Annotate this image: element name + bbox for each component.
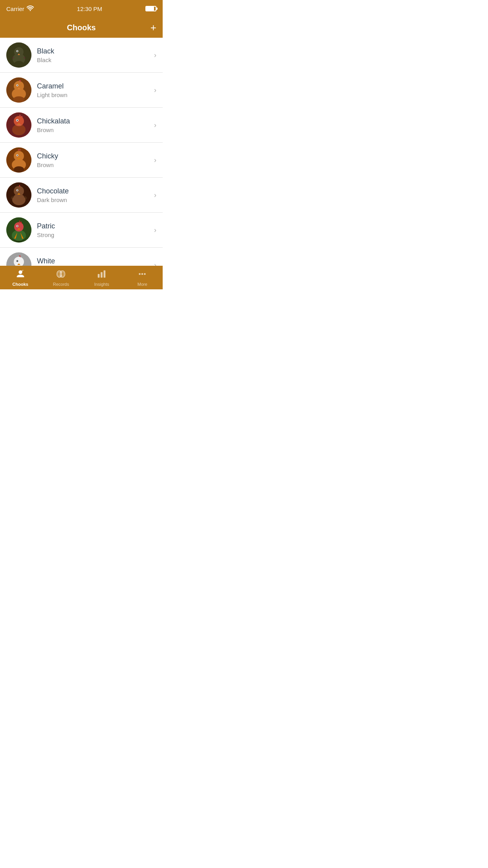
svg-point-39 (17, 226, 18, 226)
status-bar: Carrier 12:30 PM (0, 0, 163, 17)
svg-point-37 (14, 222, 24, 232)
chevron-right-icon: › (154, 51, 156, 59)
list-item[interactable]: Patric Strong › (0, 213, 163, 248)
chevron-right-icon: › (154, 261, 156, 266)
item-name: Chicky (37, 152, 151, 161)
item-info: Chicky Brown (31, 152, 151, 168)
svg-point-25 (17, 155, 18, 156)
tab-more[interactable]: More (122, 266, 163, 289)
time-label: 12:30 PM (77, 6, 102, 12)
svg-point-57 (139, 273, 141, 275)
item-description: Light brown (37, 92, 151, 98)
chevron-right-icon: › (154, 156, 156, 164)
svg-point-11 (17, 85, 18, 86)
chevron-right-icon: › (154, 121, 156, 129)
item-info: Patric Strong (31, 222, 151, 238)
item-name: Patric (37, 222, 151, 231)
avatar (6, 77, 31, 103)
avatar (6, 182, 31, 208)
nav-header: Chooks + (0, 17, 163, 38)
svg-point-27 (14, 166, 24, 173)
item-info: Chickalata Brown (31, 117, 151, 133)
list-item[interactable]: White White › (0, 248, 163, 266)
svg-point-5 (17, 51, 18, 51)
chooks-icon (15, 269, 26, 281)
more-icon (137, 269, 147, 281)
insights-icon (97, 269, 107, 281)
add-button[interactable]: + (150, 22, 156, 33)
list-item[interactable]: Chocolate Dark brown › (0, 178, 163, 213)
tab-insights-label: Insights (94, 282, 109, 287)
svg-point-36 (12, 230, 26, 241)
chevron-right-icon: › (154, 191, 156, 199)
item-description: Strong (37, 232, 151, 238)
list-item[interactable]: Chicky Brown › (0, 143, 163, 178)
status-left: Carrier (6, 6, 34, 12)
item-description: Black (37, 57, 151, 63)
svg-point-58 (141, 273, 143, 275)
item-description: Dark brown (37, 197, 151, 203)
svg-point-18 (17, 120, 18, 121)
chicken-list: Black Black › Caramel Light brown › (0, 38, 163, 266)
carrier-label: Carrier (6, 6, 24, 12)
avatar (6, 147, 31, 173)
chevron-right-icon: › (154, 226, 156, 234)
svg-point-3 (14, 61, 24, 67)
item-name: Chocolate (37, 187, 151, 196)
records-icon (56, 269, 66, 281)
battery-icon (145, 6, 156, 11)
tab-insights[interactable]: Insights (81, 266, 122, 289)
svg-point-32 (17, 190, 18, 191)
tab-records-label: Records (53, 282, 69, 287)
page-title: Chooks (67, 23, 95, 32)
wifi-icon (27, 6, 34, 12)
item-description: Brown (37, 162, 151, 168)
svg-point-49 (21, 270, 22, 272)
item-name: Caramel (37, 82, 151, 91)
tab-chooks-label: Chooks (13, 282, 28, 287)
svg-point-2 (14, 47, 24, 57)
svg-point-9 (14, 81, 24, 91)
item-name: White (37, 257, 151, 266)
list-item[interactable]: Chickalata Brown › (0, 108, 163, 143)
svg-rect-20 (17, 124, 21, 125)
svg-point-30 (14, 186, 24, 196)
tab-chooks[interactable]: Chooks (0, 266, 41, 289)
list-item[interactable]: Caramel Light brown › (0, 73, 163, 108)
svg-point-13 (13, 96, 24, 103)
avatar (6, 252, 31, 266)
tab-records[interactable]: Records (41, 266, 82, 289)
item-info: Black Black (31, 47, 151, 63)
svg-point-59 (144, 273, 146, 275)
avatar (6, 217, 31, 243)
svg-rect-54 (98, 274, 100, 278)
svg-rect-56 (103, 270, 105, 278)
svg-point-53 (61, 272, 64, 276)
item-info: White White (31, 257, 151, 266)
svg-point-23 (14, 151, 24, 161)
item-name: Black (37, 47, 151, 56)
chevron-right-icon: › (154, 86, 156, 94)
svg-rect-55 (101, 272, 103, 278)
list-item[interactable]: Black Black › (0, 38, 163, 73)
avatar (6, 112, 31, 138)
tab-more-label: More (138, 282, 147, 287)
item-description: Brown (37, 127, 151, 133)
item-name: Chickalata (37, 117, 151, 126)
svg-point-45 (17, 261, 18, 261)
item-info: Chocolate Dark brown (31, 187, 151, 203)
avatar (6, 42, 31, 68)
item-info: Caramel Light brown (31, 82, 151, 98)
tab-bar: Chooks Records Insights (0, 266, 163, 289)
